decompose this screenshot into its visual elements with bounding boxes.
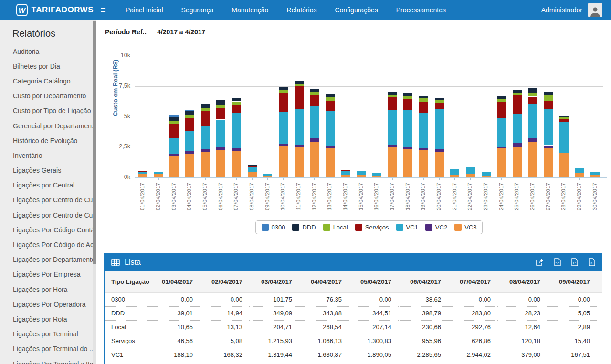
bar-01-04-2017[interactable] bbox=[138, 56, 147, 177]
legend-item-0300[interactable]: 0300 bbox=[262, 224, 285, 231]
nav-item-seguranca[interactable]: Segurança bbox=[172, 0, 223, 20]
bar-23-04-2017[interactable] bbox=[482, 56, 491, 177]
sidebar-item-ligacoes-por-empresa[interactable]: Ligações Por Empresa bbox=[0, 267, 96, 282]
col-header-02-04-2017[interactable]: 02/04/2017 bbox=[200, 271, 249, 292]
sidebar-item-ligacoes-por-codigo-de-ac[interactable]: Ligações Por Código de Ac... bbox=[0, 237, 96, 252]
sidebar-item-ligacoes-gerais[interactable]: Ligações Gerais bbox=[0, 163, 96, 178]
sidebar-item-ligacoes-por-departamento[interactable]: Ligações por Departamento bbox=[0, 252, 96, 267]
sidebar-item-ligacoes-por-terminal-x-ite[interactable]: Ligações Por Terminal x Ite... bbox=[0, 356, 96, 364]
bar-segment-local bbox=[544, 95, 553, 101]
sidebar-scrollbar-track[interactable] bbox=[93, 20, 96, 364]
logged-user-label[interactable]: Administrador bbox=[541, 6, 582, 14]
bar-30-04-2017[interactable] bbox=[590, 56, 600, 177]
col-header-07-04-2017[interactable]: 07/04/2017 bbox=[448, 271, 497, 292]
sidebar-item-ligacoes-por-centro-de-cu[interactable]: Ligações por Centro de Cu... bbox=[0, 193, 96, 208]
bar-27-04-2017[interactable] bbox=[544, 56, 553, 177]
sidebar-scrollbar-thumb[interactable] bbox=[93, 21, 96, 264]
legend-item-local[interactable]: Local bbox=[323, 224, 348, 231]
sidebar-item-ligacoes-por-centro-de-cu[interactable]: Ligações por Centro de Cu... bbox=[0, 208, 96, 222]
col-header-06-04-2017[interactable]: 06/04/2017 bbox=[398, 271, 448, 292]
col-header-03-04-2017[interactable]: 03/04/2017 bbox=[249, 271, 299, 292]
nav-item-configuracoes[interactable]: Configurações bbox=[326, 0, 387, 20]
bar-segment-vc1 bbox=[559, 122, 569, 153]
legend-item-vc1[interactable]: VC1 bbox=[396, 224, 418, 231]
sidebar-item-ligacoes-por-hora[interactable]: Ligações por Hora bbox=[0, 282, 96, 297]
bar-11-04-2017[interactable] bbox=[295, 56, 304, 177]
sidebar-item-bilhetes-por-dia[interactable]: Bilhetes por Dia bbox=[0, 59, 96, 73]
user-avatar[interactable] bbox=[588, 3, 602, 17]
sidebar-item-ligacoes-por-codigo-conta[interactable]: Ligações Por Código Contá... bbox=[0, 222, 96, 237]
bar-08-04-2017[interactable] bbox=[248, 56, 257, 177]
sidebar-item-ligacoes-por-central[interactable]: Ligações por Central bbox=[0, 178, 96, 193]
bar-22-04-2017[interactable] bbox=[466, 56, 475, 177]
share-icon[interactable] bbox=[536, 259, 544, 266]
bar-29-04-2017[interactable] bbox=[575, 56, 584, 177]
col-header-01-04-2017[interactable]: 01/04/2017 bbox=[150, 271, 200, 292]
file-pdf-icon[interactable]: P bbox=[571, 258, 578, 266]
bar-segment-vc1 bbox=[590, 172, 600, 175]
legend-item-vc2[interactable]: VC2 bbox=[425, 224, 447, 231]
nav-item-painel-inicial[interactable]: Painel Inicial bbox=[116, 0, 172, 20]
bar-02-04-2017[interactable] bbox=[154, 56, 163, 177]
sidebar-item-historico-de-evolucao[interactable]: Histórico de Evolução bbox=[0, 133, 96, 148]
col-header-09-04-2017[interactable]: 09/04/2017 bbox=[547, 271, 597, 292]
bar-20-04-2017[interactable] bbox=[435, 56, 444, 177]
file-code-icon[interactable]: <> bbox=[554, 258, 561, 266]
bar-25-04-2017[interactable] bbox=[513, 56, 522, 177]
bar-segment-servicos bbox=[497, 102, 506, 118]
x-tick-mark bbox=[346, 178, 346, 180]
sidebar-item-custo-por-tipo-de-ligacao[interactable]: Custo por Tipo de Ligação bbox=[0, 104, 96, 118]
bar-17-04-2017[interactable] bbox=[388, 56, 397, 177]
nav-item-processamentos[interactable]: Processamentos bbox=[387, 0, 455, 20]
bar-12-04-2017[interactable] bbox=[310, 56, 319, 177]
bar-21-04-2017[interactable] bbox=[450, 56, 459, 177]
lista-panel: Lista <> P X bbox=[104, 253, 602, 364]
bar-18-04-2017[interactable] bbox=[403, 56, 412, 177]
sidebar-item-ligacoes-por-terminal[interactable]: Ligações por Terminal bbox=[0, 327, 96, 342]
bar-28-04-2017[interactable] bbox=[559, 56, 569, 177]
col-header-04-04-2017[interactable]: 04/04/2017 bbox=[299, 271, 348, 292]
bar-segment-servicos bbox=[435, 103, 444, 109]
col-header-08-04-2017[interactable]: 08/04/2017 bbox=[497, 271, 547, 292]
col-header-10-04-2017[interactable]: 10/04/2017 bbox=[597, 271, 602, 292]
legend-item-servicos[interactable]: Serviços bbox=[355, 224, 389, 231]
sidebar-item-custo-por-departamento[interactable]: Custo por Departamento bbox=[0, 89, 96, 104]
legend-label: VC2 bbox=[435, 224, 447, 231]
bar-segment-vc2 bbox=[544, 146, 553, 148]
sidebar-item-ligacoes-por-operadora[interactable]: Ligações Por Operadora bbox=[0, 297, 96, 312]
sidebar-item-categoria-catalogo[interactable]: Categoria Catálogo bbox=[0, 73, 96, 88]
hamburger-menu-icon[interactable]: ≡ bbox=[94, 5, 113, 15]
bar-15-04-2017[interactable] bbox=[357, 56, 366, 177]
file-excel-icon[interactable]: X bbox=[589, 258, 595, 266]
nav-item-relatorios[interactable]: Relatórios bbox=[277, 0, 326, 20]
bar-16-04-2017[interactable] bbox=[372, 56, 381, 177]
bar-24-04-2017[interactable] bbox=[497, 56, 506, 177]
bar-07-04-2017[interactable] bbox=[232, 56, 241, 177]
bar-segment-vc1 bbox=[513, 114, 522, 143]
x-axis-label: 05/04/2017 bbox=[202, 183, 208, 210]
sidebar-item-auditoria[interactable]: Auditoria bbox=[0, 44, 96, 59]
bar-06-04-2017[interactable] bbox=[216, 56, 225, 177]
bar-04-04-2017[interactable] bbox=[185, 56, 194, 177]
bar-10-04-2017[interactable] bbox=[279, 56, 288, 177]
bar-03-04-2017[interactable] bbox=[169, 56, 179, 177]
app-logo[interactable]: W TARIFADORWS bbox=[0, 0, 94, 20]
legend-item-vc3[interactable]: VC3 bbox=[454, 224, 476, 231]
bar-09-04-2017[interactable] bbox=[263, 56, 272, 177]
bar-segment-vc1 bbox=[450, 169, 459, 175]
bar-13-04-2017[interactable] bbox=[326, 56, 335, 177]
sidebar-item-gerencial-por-departamen[interactable]: Gerencial por Departamen.. bbox=[0, 118, 96, 133]
bar-14-04-2017[interactable] bbox=[341, 56, 350, 177]
col-header-tipo-ligacao[interactable]: Tipo Ligação bbox=[105, 271, 150, 292]
nav-item-manutencao[interactable]: Manutenção bbox=[222, 0, 277, 20]
bar-19-04-2017[interactable] bbox=[419, 56, 428, 177]
sidebar-item-ligacoes-por-terminal-do[interactable]: Ligações por Terminal do ... bbox=[0, 342, 96, 356]
bar-26-04-2017[interactable] bbox=[528, 56, 537, 177]
sidebar-item-inventario[interactable]: Inventário bbox=[0, 148, 96, 163]
cell-value: 28,23 bbox=[497, 306, 547, 320]
bar-segment-ddd bbox=[248, 165, 257, 166]
col-header-05-04-2017[interactable]: 05/04/2017 bbox=[348, 271, 398, 292]
sidebar-item-ligacoes-por-rota[interactable]: Ligações por Rota bbox=[0, 312, 96, 326]
bar-05-04-2017[interactable] bbox=[201, 56, 210, 177]
legend-item-ddd[interactable]: DDD bbox=[292, 224, 316, 231]
